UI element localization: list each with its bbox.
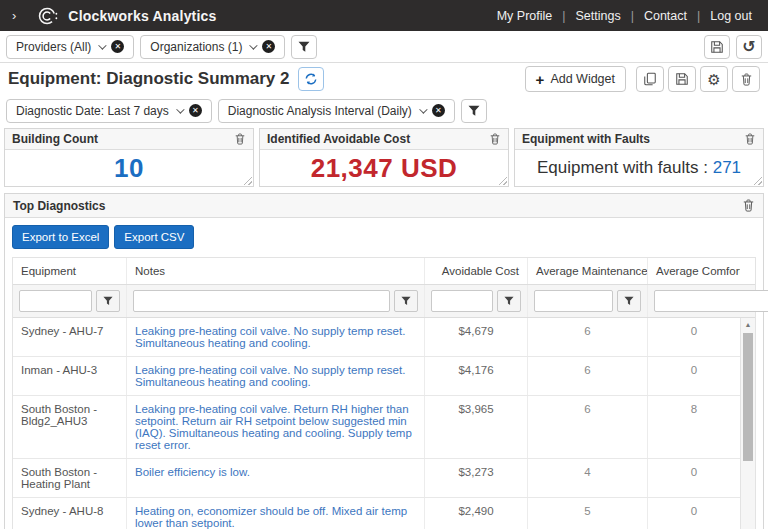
note-link[interactable]: Heating on, economizer should be off. Mi… xyxy=(135,505,407,529)
dashboard-filter-funnel-button[interactable] xyxy=(461,99,487,123)
funnel-icon xyxy=(103,296,113,306)
clear-analysis-interval-icon[interactable]: ✕ xyxy=(432,104,445,117)
export-to-excel-button[interactable]: Export to Excel xyxy=(12,225,109,249)
average-maintenance-cell: 6 xyxy=(528,357,648,395)
nav-log-out[interactable]: Log out xyxy=(706,9,756,23)
column-header-average-comfort[interactable]: Average Comfort Prio... xyxy=(648,258,740,284)
topnav: My Profile | Settings | Contact | Log ou… xyxy=(493,9,756,23)
cost-filter-funnel-button[interactable] xyxy=(497,290,521,312)
clear-organizations-filter-icon[interactable]: ✕ xyxy=(262,40,275,53)
table-row: South Boston - Heating Plant Boiler effi… xyxy=(13,459,740,498)
average-maintenance-cell: 5 xyxy=(528,498,648,529)
funnel-icon xyxy=(401,296,411,306)
reset-filters-button[interactable]: ↺ xyxy=(736,35,762,59)
equipment-filter-input[interactable] xyxy=(19,290,92,312)
funnel-icon xyxy=(504,296,514,306)
resize-grip-icon[interactable] xyxy=(498,176,507,185)
diagnostic-date-filter-label: Diagnostic Date: Last 7 days xyxy=(16,104,169,118)
resize-grip-icon[interactable] xyxy=(753,176,762,185)
notes-cell: Heating on, economizer should be off. Mi… xyxy=(127,498,425,529)
nav-my-profile[interactable]: My Profile xyxy=(493,9,557,23)
dashboard-settings-button[interactable]: ⚙ xyxy=(700,66,728,92)
funnel-icon xyxy=(468,105,480,117)
delete-equipment-faults-widget-button[interactable] xyxy=(744,133,756,145)
maintenance-filter-input[interactable] xyxy=(534,290,613,312)
providers-filter-label: Providers (All) xyxy=(16,40,91,54)
diagnostic-date-filter-pill[interactable]: Diagnostic Date: Last 7 days ✕ xyxy=(6,99,212,123)
export-csv-button[interactable]: Export CSV xyxy=(114,225,194,249)
refresh-icon xyxy=(304,72,318,86)
average-comfort-cell: 0 xyxy=(648,498,740,529)
add-widget-button[interactable]: + Add Widget xyxy=(525,66,626,92)
column-header-equipment[interactable]: Equipment xyxy=(13,258,127,284)
sidebar-expand-chevron-icon[interactable]: › xyxy=(12,8,16,23)
avoidable-cost-cell: $4,679 xyxy=(425,318,528,356)
app-window: › Clockworks Analytics My Profile | Sett… xyxy=(0,0,768,529)
scrollbar-thumb[interactable] xyxy=(743,333,753,461)
nav-settings[interactable]: Settings xyxy=(572,9,625,23)
note-link[interactable]: Leaking pre-heating coil valve. No suppl… xyxy=(135,364,405,388)
notes-cell: Leaking pre-heating coil valve. No suppl… xyxy=(127,318,425,356)
notes-filter-input[interactable] xyxy=(133,290,390,312)
top-diagnostics-panel: Top Diagnostics Export to Excel Export C… xyxy=(4,193,764,529)
avoidable-cost-widget: Identified Avoidable Cost 21,347 USD xyxy=(259,128,509,187)
resize-grip-icon[interactable] xyxy=(243,176,252,185)
page-title-row: Equipment: Diagnostic Summary 2 + Add Wi… xyxy=(0,63,768,95)
delete-top-diagnostics-widget-button[interactable] xyxy=(742,199,755,212)
clear-providers-filter-icon[interactable]: ✕ xyxy=(111,40,124,53)
plus-icon: + xyxy=(536,71,545,88)
column-header-avoidable-cost[interactable]: Avoidable Cost xyxy=(425,258,528,284)
equipment-faults-title: Equipment with Faults xyxy=(522,132,744,146)
notes-filter-cell xyxy=(127,285,425,317)
note-link[interactable]: Leaking pre-heating coil valve. Return R… xyxy=(135,403,412,451)
nav-contact[interactable]: Contact xyxy=(640,9,691,23)
average-comfort-cell: 0 xyxy=(648,357,740,395)
funnel-icon xyxy=(298,41,310,53)
add-widget-label: Add Widget xyxy=(550,72,615,86)
average-maintenance-cell: 6 xyxy=(528,318,648,356)
note-link[interactable]: Boiler efficiency is low. xyxy=(135,466,250,478)
avoidable-cost-title: Identified Avoidable Cost xyxy=(267,132,489,146)
cost-filter-input[interactable] xyxy=(431,290,493,312)
scroll-up-arrow-icon[interactable]: ▲ xyxy=(741,318,755,328)
clear-diagnostic-date-icon[interactable]: ✕ xyxy=(189,104,202,117)
refresh-dashboard-button[interactable] xyxy=(298,67,324,91)
nav-separator: | xyxy=(631,9,634,23)
avoidable-cost-cell: $2,490 xyxy=(425,498,528,529)
save-icon xyxy=(710,40,724,54)
column-header-notes[interactable]: Notes xyxy=(127,258,425,284)
delete-dashboard-button[interactable] xyxy=(732,66,760,92)
notes-cell: Boiler efficiency is low. xyxy=(127,459,425,497)
export-buttons-row: Export to Excel Export CSV xyxy=(12,225,756,249)
comfort-filter-input[interactable] xyxy=(654,290,768,312)
table-body: Sydney - AHU-7 Leaking pre-heating coil … xyxy=(13,318,755,529)
notes-cell: Leaking pre-heating coil valve. No suppl… xyxy=(127,357,425,395)
equipment-cell: Sydney - AHU-7 xyxy=(13,318,127,356)
column-header-average-maintenance[interactable]: Average Maintenance... xyxy=(528,258,648,284)
note-link[interactable]: Leaking pre-heating coil valve. No suppl… xyxy=(135,325,405,349)
average-comfort-cell: 0 xyxy=(648,459,740,497)
organizations-filter-pill[interactable]: Organizations (1) ✕ xyxy=(140,35,285,59)
dashboard-filter-bar: Diagnostic Date: Last 7 days ✕ Diagnosti… xyxy=(0,95,768,126)
equipment-faults-value: 271 xyxy=(713,158,741,177)
global-filter-bar: Providers (All) ✕ Organizations (1) ✕ ↺ xyxy=(0,31,768,63)
avoidable-cost-value: 21,347 USD xyxy=(311,153,458,184)
delete-building-count-widget-button[interactable] xyxy=(234,133,246,145)
equipment-cell: Sydney - AHU-8 xyxy=(13,498,127,529)
analysis-interval-filter-pill[interactable]: Diagnostic Analysis Interval (Daily) ✕ xyxy=(218,99,455,123)
delete-avoidable-cost-widget-button[interactable] xyxy=(489,133,501,145)
chevron-down-icon xyxy=(419,105,427,113)
global-filter-funnel-button[interactable] xyxy=(291,35,317,59)
save-filters-button[interactable] xyxy=(704,35,730,59)
equipment-cell: South Boston - Bldg2_AHU3 xyxy=(13,396,127,458)
table-header-row: Equipment Notes Avoidable Cost Average M… xyxy=(13,258,755,285)
maintenance-filter-funnel-button[interactable] xyxy=(617,290,641,312)
copy-dashboard-button[interactable] xyxy=(636,66,664,92)
table-vertical-scrollbar[interactable]: ▲ xyxy=(740,318,755,529)
equipment-filter-cell xyxy=(13,285,127,317)
providers-filter-pill[interactable]: Providers (All) ✕ xyxy=(6,35,134,59)
notes-filter-funnel-button[interactable] xyxy=(394,290,418,312)
chevron-down-icon xyxy=(176,105,184,113)
save-dashboard-button[interactable] xyxy=(668,66,696,92)
equipment-filter-funnel-button[interactable] xyxy=(96,290,120,312)
